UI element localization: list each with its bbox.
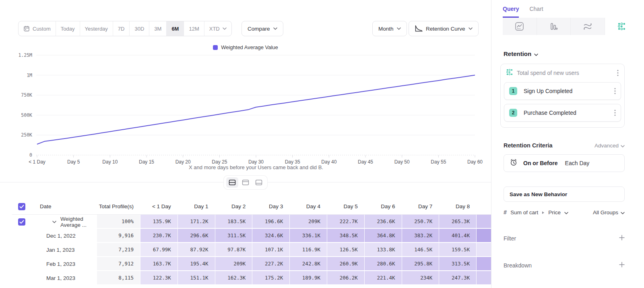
range-custom[interactable]: Custom [19, 21, 56, 36]
filter-label: Filter [504, 235, 516, 242]
row-select-cell [12, 229, 30, 243]
column-header-day-4[interactable]: Day 4 [289, 199, 327, 215]
row-date-cell[interactable]: Feb 1, 2023 [30, 257, 97, 271]
expand-chevron-icon[interactable] [52, 221, 56, 223]
cell-day-value: 383.2K [402, 229, 439, 243]
row-date-cell[interactable]: Weighted Average ... [30, 215, 97, 229]
cell-day-value: 195.4K [178, 257, 215, 271]
cell-day-value: 336.1K [289, 229, 327, 243]
viz-tab-retention-dots[interactable] [605, 18, 639, 35]
chart-legend[interactable]: Weighted Average Value [0, 44, 491, 50]
condition-value: Each Day [565, 160, 590, 166]
range-3m[interactable]: 3M [149, 21, 167, 36]
tab-query[interactable]: Query [503, 6, 519, 18]
layout-split-view-button[interactable] [226, 177, 238, 188]
cell-day-value: 146.5K [402, 243, 439, 257]
kebab-menu-icon[interactable] [614, 110, 616, 116]
chevron-down-icon [223, 27, 227, 30]
cell-total-profiles: 9,916 [97, 229, 140, 243]
kebab-menu-icon[interactable] [617, 70, 619, 76]
column-header-day-1[interactable]: Day 1 [178, 199, 215, 215]
step-row-2[interactable]: 2 Purchase Completed [504, 104, 621, 122]
save-as-new-behavior-button[interactable]: Save as New Behavior [504, 186, 625, 202]
cell-day-value: 234K [402, 271, 439, 285]
row-date-cell[interactable]: Jan 1, 2023 [30, 243, 97, 257]
row-date-cell[interactable]: Dec 1, 2022 [30, 229, 97, 243]
cell-day-value: 126.5K [327, 243, 364, 257]
retention-table: DateTotal Profile(s)< 1 DayDay 1Day 2Day… [0, 199, 491, 285]
query-panel: Query Chart Retention Total spend of new… [491, 0, 644, 288]
select-all-checkbox[interactable] [18, 203, 25, 210]
cell-day9-partial [476, 229, 491, 243]
row-date-cell[interactable]: Mar 1, 2023 [30, 271, 97, 285]
layout-chart-only-button[interactable] [239, 177, 252, 188]
range-today[interactable]: Today [56, 21, 80, 36]
retention-curve-icon [415, 25, 423, 32]
x-axis-label: Day 25 [212, 159, 227, 165]
report-area: CustomTodayYesterday7D30D3M6M12MXTD Comp… [0, 0, 491, 288]
column-header-day-7[interactable]: Day 7 [402, 199, 439, 215]
range-12m[interactable]: 12M [184, 21, 204, 36]
column-header--1-day[interactable]: < 1 Day [140, 199, 178, 215]
measure-subproperty[interactable]: Price [548, 209, 561, 215]
x-axis-label: Day 10 [102, 159, 118, 165]
cell-day-value: 122.3K [140, 271, 178, 285]
viz-tab-flow[interactable] [571, 18, 605, 35]
x-axis-label: Day 15 [139, 159, 154, 165]
cell-day-value: 97.87K [215, 243, 252, 257]
criteria-condition[interactable]: On or Before Each Day [504, 154, 625, 172]
step-number-badge: 1 [509, 87, 517, 95]
compare-label: Compare [248, 26, 270, 32]
header-select-cell [12, 199, 30, 215]
range-30d[interactable]: 30D [130, 21, 149, 36]
measure-property[interactable]: Sum of cart [510, 209, 538, 215]
chart-type-button[interactable]: Retention Curve [409, 21, 479, 36]
column-header-day-5[interactable]: Day 5 [327, 199, 364, 215]
cell-day-value: 175.2K [252, 271, 289, 285]
cell-day-value: 159.5K [439, 243, 476, 257]
add-filter-button[interactable] [619, 235, 625, 242]
chevron-down-icon [273, 27, 277, 30]
y-axis-label: 1M [27, 73, 32, 78]
row-checkbox[interactable] [18, 218, 25, 226]
behavior-title: Total spend of new users [517, 70, 579, 76]
column-header-day-3[interactable]: Day 3 [252, 199, 289, 215]
cell-day-value: 222.7K [327, 215, 364, 229]
layout-table-only-button[interactable] [253, 177, 265, 188]
cell-day-value: 230.7K [140, 229, 178, 243]
cell-total-profiles: 7,912 [97, 257, 140, 271]
tab-chart[interactable]: Chart [529, 6, 543, 18]
step-row-1[interactable]: 1 Sign Up Completed [504, 82, 621, 100]
column-header-day-8[interactable]: Day 8 [439, 199, 476, 215]
compare-button[interactable]: Compare [242, 21, 283, 36]
column-header-date[interactable]: Date [30, 199, 97, 215]
range-7d[interactable]: 7D [113, 21, 130, 36]
y-axis-label: 500K [21, 112, 32, 118]
column-header-day-6[interactable]: Day 6 [364, 199, 402, 215]
range-6m[interactable]: 6M [167, 21, 184, 36]
add-breakdown-button[interactable] [619, 262, 625, 269]
granularity-button[interactable]: Month [372, 21, 407, 36]
retention-section-title[interactable]: Retention [504, 50, 644, 57]
y-axis-label: 250K [21, 132, 32, 138]
kebab-menu-icon[interactable] [614, 88, 616, 94]
chart-type-label: Retention Curve [426, 26, 465, 32]
range-yesterday[interactable]: Yesterday [80, 21, 113, 36]
row-select-cell [12, 271, 30, 285]
cell-day-value: 236.6K [364, 215, 402, 229]
advanced-dropdown[interactable]: Advanced [594, 143, 625, 149]
column-header-day-2[interactable]: Day 2 [215, 199, 252, 215]
viz-tab-insights-chart[interactable] [503, 18, 537, 35]
y-axis-label: 0 [29, 152, 32, 158]
cell-day-value: 247.3K [439, 271, 476, 285]
column-header-total-profile-s-[interactable]: Total Profile(s) [97, 199, 140, 215]
series-line-weighted-average[interactable] [37, 75, 475, 144]
range-xtd[interactable]: XTD [204, 21, 231, 36]
cell-day9-partial [476, 243, 491, 257]
viz-tab-bar-chart[interactable] [537, 18, 571, 35]
retention-line-chart[interactable]: 0250K500K750K1M1.25M< 1 DayDay 5Day 10Da… [0, 52, 491, 165]
row-select-cell [12, 215, 30, 229]
x-axis-label: < 1 Day [29, 159, 45, 165]
group-dropdown[interactable]: All Groups [593, 209, 625, 215]
step-number-badge: 2 [509, 109, 517, 117]
